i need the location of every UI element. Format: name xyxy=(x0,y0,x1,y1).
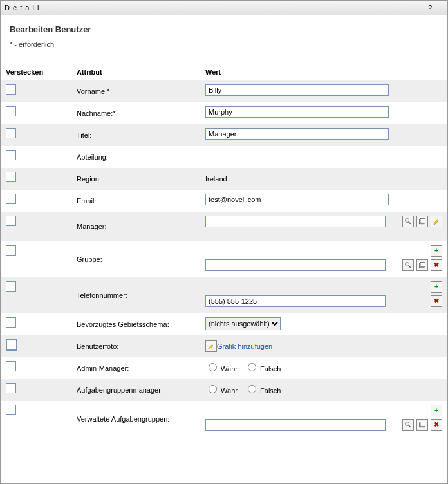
svg-point-13 xyxy=(406,422,409,426)
row-taskgroups: Verwaltete Aufgabengruppen: + ✖ xyxy=(1,401,447,437)
row-group: Gruppe: + ✖ xyxy=(1,241,447,277)
label-group: Gruppe: xyxy=(77,245,195,274)
help-icon[interactable]: ? xyxy=(428,4,432,12)
delete-icon[interactable]: ✖ xyxy=(431,259,442,271)
hide-checkbox[interactable] xyxy=(6,339,17,351)
select-locale[interactable]: (nichts ausgewählt) xyxy=(205,317,281,330)
input-group[interactable] xyxy=(205,259,386,271)
svg-line-10 xyxy=(409,266,411,268)
content: Bearbeiten Benutzer * - erforderlich. Ve… xyxy=(1,15,447,437)
input-email[interactable] xyxy=(205,194,389,205)
hide-checkbox[interactable] xyxy=(6,383,16,393)
radio-true[interactable]: Wahr xyxy=(205,387,238,395)
svg-point-5 xyxy=(406,219,409,223)
radio-false-label: Falsch xyxy=(260,365,281,373)
radio-true-label: Wahr xyxy=(221,365,238,373)
window-title-text: D e t a i l xyxy=(5,4,39,12)
delete-icon[interactable]: ✖ xyxy=(431,295,442,307)
value-region: Ireland xyxy=(205,172,442,186)
titlebar: D e t a i l ? xyxy=(1,1,447,15)
hide-checkbox[interactable] xyxy=(6,405,16,415)
radio-false[interactable]: Falsch xyxy=(245,365,281,373)
row-department: Abteilung: xyxy=(1,146,447,168)
label-taskgroups: Verwaltete Aufgabengruppen: xyxy=(77,405,195,433)
row-phone: Telefonnummer: + ✖ xyxy=(1,277,447,313)
row-taskmgr: Aufgabengruppenmanager: Wahr Falsch xyxy=(1,379,447,401)
label-title: Titel: xyxy=(77,128,195,142)
radio-true-label: Wahr xyxy=(221,387,238,395)
add-icon[interactable]: + xyxy=(431,245,442,257)
add-icon[interactable]: + xyxy=(431,405,442,416)
hide-checkbox[interactable] xyxy=(6,106,16,116)
svg-rect-16 xyxy=(420,422,425,427)
row-photo: Benutzerfoto: Grafik hinzufügen xyxy=(1,335,447,357)
hide-checkbox[interactable] xyxy=(6,150,16,160)
hide-checkbox[interactable] xyxy=(6,361,16,371)
svg-line-14 xyxy=(409,425,411,427)
input-lastname[interactable] xyxy=(205,106,389,118)
hide-checkbox[interactable] xyxy=(6,245,16,256)
input-title[interactable] xyxy=(205,128,389,140)
svg-point-9 xyxy=(406,263,409,266)
delete-icon[interactable]: ✖ xyxy=(431,419,442,431)
col-attr: Attribut xyxy=(71,64,200,80)
label-photo: Benutzerfoto: xyxy=(77,339,195,353)
label-region: Region: xyxy=(77,172,195,186)
row-email: Email: xyxy=(1,190,447,212)
label-email: Email: xyxy=(77,194,195,208)
label-locale: Bevorzugtes Gebietsschema: xyxy=(77,317,195,331)
radio-false-label: Falsch xyxy=(260,387,281,395)
row-region: Region: Ireland xyxy=(1,168,447,190)
page-heading: Bearbeiten Benutzer xyxy=(1,24,447,41)
form-table: Verstecken Attribut Wert Vorname:* Nachn… xyxy=(1,64,447,437)
lookup-icon[interactable] xyxy=(402,419,414,431)
detail-window: D e t a i l ? Bearbeiten Benutzer * - er… xyxy=(0,0,448,484)
svg-rect-12 xyxy=(420,263,425,267)
svg-rect-8 xyxy=(420,219,425,223)
add-image-link[interactable]: Grafik hinzufügen xyxy=(217,342,272,350)
row-title: Titel: xyxy=(1,124,447,146)
lookup-icon[interactable] xyxy=(402,216,414,227)
history-icon[interactable] xyxy=(416,216,428,227)
label-manager: Manager: xyxy=(77,216,195,237)
col-val: Wert xyxy=(200,64,447,80)
add-icon[interactable]: + xyxy=(431,281,442,293)
hide-checkbox[interactable] xyxy=(6,128,16,138)
label-lastname: Nachname:* xyxy=(77,106,195,120)
radio-false[interactable]: Falsch xyxy=(245,387,281,395)
input-taskgroups[interactable] xyxy=(205,419,386,431)
edit-icon[interactable] xyxy=(431,216,442,227)
window-title: D e t a i l xyxy=(5,4,428,12)
row-adminmgr: Admin-Manager: Wahr Falsch xyxy=(1,357,447,379)
row-locale: Bevorzugtes Gebietsschema: (nichts ausge… xyxy=(1,313,447,335)
radio-true[interactable]: Wahr xyxy=(205,365,238,373)
edit-icon[interactable] xyxy=(205,340,217,352)
row-firstname: Vorname:* xyxy=(1,80,447,103)
history-icon[interactable] xyxy=(416,419,428,431)
row-manager: Manager: xyxy=(1,212,447,241)
hide-checkbox[interactable] xyxy=(6,172,16,182)
label-firstname: Vorname:* xyxy=(77,84,195,98)
hide-checkbox[interactable] xyxy=(6,281,16,292)
col-hide: Verstecken xyxy=(1,64,71,80)
input-manager[interactable] xyxy=(205,216,386,227)
hide-checkbox[interactable] xyxy=(6,84,16,95)
label-adminmgr: Admin-Manager: xyxy=(77,361,195,375)
label-department: Abteilung: xyxy=(77,150,195,164)
input-firstname[interactable] xyxy=(205,84,389,96)
required-note: * - erforderlich. xyxy=(1,41,447,60)
row-lastname: Nachname:* xyxy=(1,102,447,124)
value-department xyxy=(205,150,442,164)
label-taskmgr: Aufgabengruppenmanager: xyxy=(77,383,195,397)
lookup-icon[interactable] xyxy=(402,259,414,271)
divider xyxy=(1,60,447,60)
hide-checkbox[interactable] xyxy=(6,216,16,226)
input-phone[interactable] xyxy=(205,295,386,307)
label-phone: Telefonnummer: xyxy=(77,281,195,310)
history-icon[interactable] xyxy=(416,259,428,271)
hide-checkbox[interactable] xyxy=(6,317,16,328)
svg-line-6 xyxy=(409,222,411,224)
hide-checkbox[interactable] xyxy=(6,194,16,204)
